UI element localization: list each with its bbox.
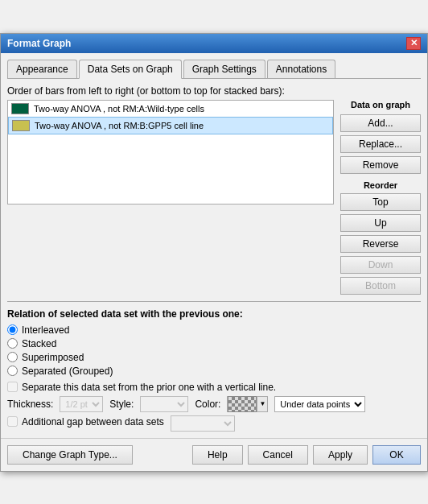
radio-separated[interactable]: Separated (Grouped) bbox=[7, 366, 421, 377]
up-button[interactable]: Up bbox=[340, 214, 421, 232]
window-title: Format Graph bbox=[7, 38, 71, 49]
add-button[interactable]: Add... bbox=[340, 114, 421, 132]
reverse-button[interactable]: Reverse bbox=[340, 235, 421, 253]
change-graph-type-button[interactable]: Change Graph Type... bbox=[7, 445, 133, 465]
item-color-swatch bbox=[12, 120, 30, 131]
color-box bbox=[228, 396, 257, 412]
style-label: Style: bbox=[109, 399, 134, 410]
bottom-button[interactable]: Bottom bbox=[340, 277, 421, 295]
down-button[interactable]: Down bbox=[340, 256, 421, 274]
relation-section: Relation of selected data set with the p… bbox=[7, 308, 421, 432]
main-area: Two-way ANOVA , not RM:A:Wild-type cells… bbox=[7, 100, 421, 295]
color-label: Color: bbox=[195, 399, 220, 410]
list-item[interactable]: Two-way ANOVA , not RM:B:GPP5 cell line bbox=[8, 117, 333, 134]
radio-interleaved[interactable]: Interleaved bbox=[7, 324, 421, 336]
tab-bar: Appearance Data Sets on Graph Graph Sett… bbox=[7, 60, 421, 79]
data-on-graph-label: Data on graph bbox=[340, 100, 421, 109]
thickness-label: Thickness: bbox=[7, 399, 53, 410]
item-label: Two-way ANOVA , not RM:B:GPP5 cell line bbox=[35, 121, 204, 130]
left-panel: Two-way ANOVA , not RM:A:Wild-type cells… bbox=[7, 100, 334, 295]
format-graph-window: Format Graph ✕ Appearance Data Sets on G… bbox=[0, 33, 428, 472]
separate-checkbox[interactable]: Separate this data set from the prior on… bbox=[7, 382, 421, 393]
radio-stacked[interactable]: Stacked bbox=[7, 338, 421, 349]
radio-group: Interleaved Stacked Superimposed Separat… bbox=[7, 324, 421, 377]
style-select[interactable] bbox=[140, 396, 188, 412]
right-panel: Data on graph Add... Replace... Remove R… bbox=[340, 100, 421, 295]
radio-superimposed[interactable]: Superimposed bbox=[7, 352, 421, 363]
tab-datasets[interactable]: Data Sets on Graph bbox=[79, 60, 182, 79]
data-list[interactable]: Two-way ANOVA , not RM:A:Wild-type cells… bbox=[7, 100, 334, 204]
item-label: Two-way ANOVA , not RM:A:Wild-type cells bbox=[34, 104, 204, 114]
title-bar: Format Graph ✕ bbox=[1, 34, 427, 53]
list-item[interactable]: Two-way ANOVA , not RM:A:Wild-type cells bbox=[8, 101, 333, 117]
thickness-select[interactable]: 1/2 pt bbox=[60, 396, 103, 412]
cancel-button[interactable]: Cancel bbox=[248, 445, 308, 465]
footer-buttons: Help Cancel Apply OK bbox=[192, 445, 421, 465]
remove-button[interactable]: Remove bbox=[340, 156, 421, 174]
gap-row: Additional gap between data sets bbox=[7, 415, 421, 432]
replace-button[interactable]: Replace... bbox=[340, 135, 421, 153]
tab-graph-settings[interactable]: Graph Settings bbox=[183, 60, 265, 78]
gap-select[interactable] bbox=[171, 415, 235, 432]
reorder-label: Reorder bbox=[340, 180, 421, 190]
item-color-swatch bbox=[11, 103, 29, 114]
help-button[interactable]: Help bbox=[192, 445, 243, 465]
under-select[interactable]: Under data points bbox=[274, 396, 365, 412]
content-area: Appearance Data Sets on Graph Graph Sett… bbox=[1, 53, 427, 438]
relation-title: Relation of selected data set with the p… bbox=[7, 308, 421, 320]
separator bbox=[7, 301, 421, 302]
gap-checkbox[interactable]: Additional gap between data sets bbox=[7, 416, 164, 428]
color-dropdown-arrow: ▼ bbox=[257, 397, 267, 411]
top-button[interactable]: Top bbox=[340, 193, 421, 211]
ok-button[interactable]: OK bbox=[372, 445, 421, 465]
order-label: Order of bars from left to right (or bot… bbox=[7, 85, 421, 97]
thickness-row: Thickness: 1/2 pt Style: Color: ▼ Under … bbox=[7, 396, 421, 412]
apply-button[interactable]: Apply bbox=[313, 445, 368, 465]
close-button[interactable]: ✕ bbox=[406, 37, 421, 50]
tab-appearance[interactable]: Appearance bbox=[7, 60, 77, 78]
footer: Change Graph Type... Help Cancel Apply O… bbox=[1, 438, 427, 471]
tab-annotations[interactable]: Annotations bbox=[267, 60, 335, 78]
color-dropdown[interactable]: ▼ bbox=[227, 396, 268, 412]
